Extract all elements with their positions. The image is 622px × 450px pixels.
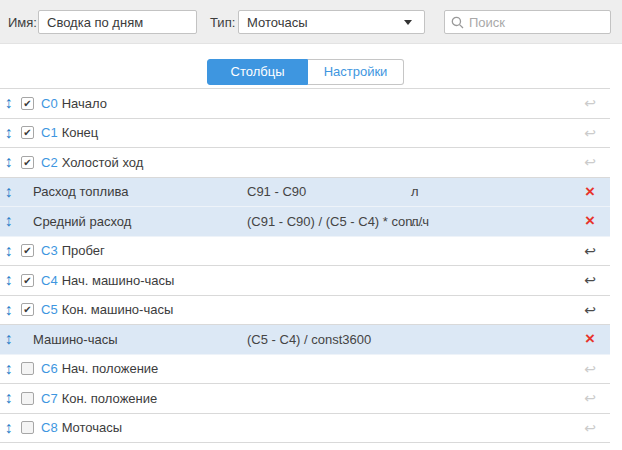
column-code: C7 — [41, 391, 58, 406]
column-code: C4 — [41, 273, 58, 288]
table-row: ↕C8Моточасы↩ — [0, 414, 610, 444]
undo-icon[interactable]: ↩ — [582, 154, 598, 170]
type-select-value: Моточасы — [247, 15, 404, 30]
row-checkbox[interactable]: ✔ — [21, 156, 34, 169]
undo-icon[interactable]: ↩ — [582, 390, 598, 406]
table-row: ↕Машино-часы(C5 - C4) / const3600× — [0, 325, 610, 355]
row-checkbox[interactable]: ✔ — [21, 126, 34, 139]
column-code: C1 — [41, 125, 58, 140]
drag-handle-icon[interactable]: ↕ — [2, 213, 15, 229]
search-box[interactable] — [444, 10, 611, 34]
row-checkbox[interactable] — [21, 421, 34, 434]
column-label: Нач. машино-часы — [62, 273, 175, 288]
column-label: Холостой ход — [62, 155, 144, 170]
column-label: Конец — [62, 125, 99, 140]
row-checkbox[interactable]: ✔ — [21, 97, 34, 110]
drag-handle-icon[interactable]: ↕ — [2, 390, 15, 406]
delete-icon[interactable]: × — [582, 214, 598, 228]
column-code: C3 — [41, 243, 58, 258]
type-select[interactable]: Моточасы — [238, 10, 425, 34]
type-label: Тип: — [210, 15, 235, 30]
table-row: ↕✔C4Нач. машино-часы↩ — [0, 266, 610, 296]
name-input[interactable] — [38, 10, 197, 34]
column-label: Машино-часы — [33, 332, 117, 347]
table-row: ↕Расход топливаC91 - C90л× — [0, 178, 610, 208]
search-icon — [451, 16, 464, 29]
column-label: Начало — [62, 96, 107, 111]
column-code: C5 — [41, 302, 58, 317]
drag-handle-icon[interactable]: ↕ — [2, 331, 15, 347]
drag-handle-icon[interactable]: ↕ — [2, 302, 15, 318]
drag-handle-icon[interactable]: ↕ — [2, 420, 15, 436]
column-formula: (C5 - C4) / const3600 — [247, 332, 371, 347]
undo-icon[interactable]: ↩ — [582, 361, 598, 377]
table-row: ↕Средний расход(C91 - C90) / (C5 - C4) *… — [0, 207, 610, 237]
dropdown-caret-icon — [404, 20, 412, 25]
tab-bar: Столбцы Настройки — [207, 59, 404, 85]
table-row: ↕✔C2Холостой ход↩ — [0, 148, 610, 178]
drag-handle-icon[interactable]: ↕ — [2, 243, 15, 259]
undo-icon[interactable]: ↩ — [582, 302, 598, 318]
table-row: ↕C7Кон. положение↩ — [0, 384, 610, 414]
table-row: ↕✔C0Начало↩ — [0, 89, 610, 119]
columns-list: ↕✔C0Начало↩↕✔C1Конец↩↕✔C2Холостой ход↩↕Р… — [0, 88, 610, 443]
search-input[interactable] — [469, 15, 604, 30]
column-label: Средний расход — [33, 214, 131, 229]
row-checkbox[interactable]: ✔ — [21, 303, 34, 316]
row-checkbox[interactable]: ✔ — [21, 274, 34, 287]
name-label: Имя: — [8, 15, 37, 30]
topbar: Имя: Тип: Моточасы — [0, 0, 622, 44]
row-checkbox[interactable]: ✔ — [21, 244, 34, 257]
column-formula: (C91 - C90) / (C5 - C4) * con... — [247, 214, 423, 229]
table-row: ↕✔C1Конец↩ — [0, 119, 610, 149]
undo-icon[interactable]: ↩ — [582, 272, 598, 288]
tab-columns[interactable]: Столбцы — [207, 59, 308, 85]
delete-icon[interactable]: × — [582, 185, 598, 199]
table-row: ↕✔C3Пробег↩ — [0, 237, 610, 267]
column-formula: C91 - C90 — [247, 184, 306, 199]
column-label: Пробег — [62, 243, 105, 258]
column-label: Кон. положение — [62, 391, 158, 406]
column-code: C6 — [41, 361, 58, 376]
undo-icon[interactable]: ↩ — [582, 125, 598, 141]
drag-handle-icon[interactable]: ↕ — [2, 154, 15, 170]
undo-icon[interactable]: ↩ — [582, 95, 598, 111]
column-label: Нач. положение — [62, 361, 159, 376]
table-row: ↕C6Нач. положение↩ — [0, 355, 610, 385]
undo-icon[interactable]: ↩ — [582, 243, 598, 259]
column-label: Расход топлива — [33, 184, 128, 199]
column-label: Моточасы — [62, 420, 123, 435]
drag-handle-icon[interactable]: ↕ — [2, 125, 15, 141]
table-row: ↕✔C5Кон. машино-часы↩ — [0, 296, 610, 326]
column-unit: л — [411, 184, 419, 199]
delete-icon[interactable]: × — [582, 332, 598, 346]
undo-icon[interactable]: ↩ — [582, 420, 598, 436]
column-unit: л/ч — [411, 214, 429, 229]
drag-handle-icon[interactable]: ↕ — [2, 361, 15, 377]
drag-handle-icon[interactable]: ↕ — [2, 184, 15, 200]
drag-handle-icon[interactable]: ↕ — [2, 95, 15, 111]
row-checkbox[interactable] — [21, 362, 34, 375]
tab-settings[interactable]: Настройки — [308, 59, 404, 85]
column-label: Кон. машино-часы — [62, 302, 174, 317]
column-code: C8 — [41, 420, 58, 435]
column-code: C0 — [41, 96, 58, 111]
drag-handle-icon[interactable]: ↕ — [2, 272, 15, 288]
column-code: C2 — [41, 155, 58, 170]
row-checkbox[interactable] — [21, 392, 34, 405]
